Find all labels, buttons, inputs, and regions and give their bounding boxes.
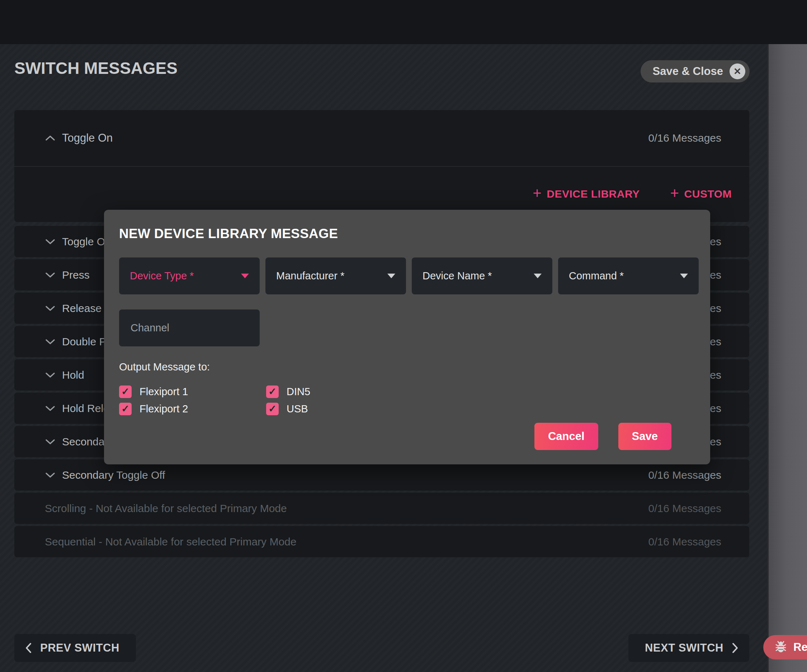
message-row-label: Sequential - Not Available for selected … <box>45 536 296 548</box>
chevron-left-icon <box>24 642 32 654</box>
channel-input[interactable] <box>130 322 249 334</box>
message-row-label: Press <box>62 269 90 281</box>
checkbox-usb[interactable]: ✓USB <box>266 403 310 415</box>
prev-switch-label: PREV SWITCH <box>40 642 120 654</box>
dropdown-label: Device Name * <box>422 270 492 282</box>
message-row-count: 0/16 Messages <box>648 469 721 481</box>
toggle-on-count: 0/16 Messages <box>648 132 721 144</box>
message-row-count: 0/16 Messages <box>648 503 721 514</box>
dropdown-label: Manufacturer * <box>276 270 344 282</box>
toggle-on-label: Toggle On <box>62 132 113 144</box>
checkbox-flexiport-1[interactable]: ✓Flexiport 1 <box>119 385 266 398</box>
checkbox-checked-icon: ✓ <box>119 403 132 415</box>
chevron-down-icon <box>680 274 688 278</box>
report-bug-label: Re <box>794 641 807 654</box>
message-row-label: Toggle Off <box>62 236 111 248</box>
new-device-library-message-dialog: NEW DEVICE LIBRARY MESSAGE Device Type *… <box>104 210 710 465</box>
prev-switch-button[interactable]: PREV SWITCH <box>14 634 136 662</box>
dropdown-row: Device Type *Manufacturer *Device Name *… <box>119 257 699 294</box>
save-close-button[interactable]: Save & Close ✕ <box>641 60 750 83</box>
chevron-down-icon <box>45 305 56 312</box>
chevron-right-icon <box>731 642 739 654</box>
chevron-down-icon <box>45 272 56 278</box>
cancel-button[interactable]: Cancel <box>535 423 598 450</box>
chevron-down-icon <box>241 274 249 278</box>
chevron-down-icon <box>45 405 56 411</box>
dialog-title: NEW DEVICE LIBRARY MESSAGE <box>119 226 338 241</box>
custom-label: CUSTOM <box>684 188 732 200</box>
top-bar <box>0 0 807 44</box>
checkbox-flexiport-2[interactable]: ✓Flexiport 2 <box>119 403 266 415</box>
output-message-label: Output Message to: <box>119 361 210 373</box>
page-title: SWITCH MESSAGES <box>14 58 178 78</box>
dropdown-manufacturer[interactable]: Manufacturer * <box>266 257 406 294</box>
checkbox-label: DIN5 <box>287 386 310 398</box>
next-switch-button[interactable]: NEXT SWITCH <box>628 634 749 662</box>
report-bug-button[interactable]: Re <box>763 635 807 659</box>
device-library-label: DEVICE LIBRARY <box>546 188 639 200</box>
checkbox-checked-icon: ✓ <box>266 385 279 398</box>
checkbox-label: USB <box>287 403 308 415</box>
message-row: Sequential - Not Available for selected … <box>14 526 749 557</box>
bug-icon <box>775 640 787 654</box>
dropdown-command[interactable]: Command * <box>558 257 699 294</box>
add-custom-button[interactable]: + CUSTOM <box>670 188 732 200</box>
chevron-down-icon <box>45 438 56 445</box>
checkbox-checked-icon: ✓ <box>266 403 279 415</box>
chevron-down-icon <box>45 372 56 378</box>
message-row-label: Scrolling - Not Available for selected P… <box>45 503 287 514</box>
toggle-on-section: Toggle On 0/16 Messages + DEVICE LIBRARY… <box>14 110 749 222</box>
dropdown-label: Command * <box>569 270 624 282</box>
chevron-down-icon <box>45 338 56 345</box>
save-close-label: Save & Close <box>653 65 723 78</box>
message-row-label: Hold <box>62 369 84 381</box>
chevron-down-icon <box>387 274 395 278</box>
message-row-label: Release <box>62 302 101 315</box>
checkbox-label: Flexiport 1 <box>139 386 188 398</box>
save-button[interactable]: Save <box>618 423 671 450</box>
chevron-down-icon <box>45 472 56 478</box>
dropdown-device-name[interactable]: Device Name * <box>412 257 552 294</box>
output-checkbox-group: ✓Flexiport 1✓Flexiport 2✓DIN5✓USB <box>119 383 310 417</box>
message-row-label: Secondary Toggle Off <box>62 469 165 481</box>
message-row-count: 0/16 Messages <box>648 536 721 548</box>
next-switch-label: NEXT SWITCH <box>645 642 724 654</box>
dropdown-label: Device Type * <box>130 270 194 282</box>
channel-field-wrapper <box>119 309 260 347</box>
checkbox-checked-icon: ✓ <box>119 385 132 398</box>
add-device-library-button[interactable]: + DEVICE LIBRARY <box>533 188 639 200</box>
toggle-on-header[interactable]: Toggle On 0/16 Messages <box>14 110 749 167</box>
dialog-actions: Cancel Save <box>535 423 671 450</box>
dropdown-device-type[interactable]: Device Type * <box>119 257 260 294</box>
background-page-strip <box>767 44 807 672</box>
chevron-down-icon <box>534 274 541 278</box>
switch-messages-screen: SWITCH MESSAGES Save & Close ✕ Toggle On… <box>0 0 807 672</box>
close-icon: ✕ <box>729 63 745 79</box>
checkbox-din5[interactable]: ✓DIN5 <box>266 385 310 398</box>
message-row: Scrolling - Not Available for selected P… <box>14 493 749 524</box>
chevron-up-icon <box>45 135 56 141</box>
chevron-down-icon <box>45 239 56 245</box>
checkbox-label: Flexiport 2 <box>139 403 188 415</box>
